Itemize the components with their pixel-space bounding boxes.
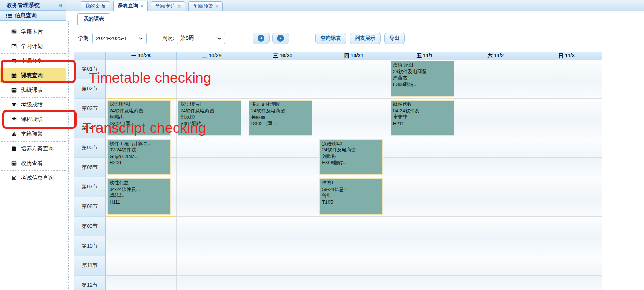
timetable-cell [177, 60, 248, 79]
list-view-button[interactable]: 列表展示 [350, 33, 381, 44]
day-header-6: 六 11/2 [460, 52, 532, 60]
course-block[interactable]: 线性代数04-24软件及...卓菲菲H211 [391, 100, 454, 136]
timetable-cell [531, 99, 602, 118]
course-block[interactable]: 软件工程与计算导...02-24软件联...Guyo Chala...H206 [107, 139, 171, 175]
timetable-cell [106, 236, 177, 256]
collapse-sidebar-icon[interactable]: « [59, 1, 62, 9]
timetable-cell [177, 217, 248, 237]
timetable-cell [389, 138, 460, 158]
sidebar-header: 教务管理系统 « [0, 0, 66, 11]
period-label: 第05节 [74, 138, 106, 158]
timetable-cell [177, 177, 248, 197]
timetable-cell [106, 60, 177, 79]
timetable-cell [318, 217, 389, 237]
export-button[interactable]: 导出 [384, 33, 405, 44]
timetable-cell [318, 60, 389, 79]
timetable-cell [247, 236, 318, 256]
sidebar-item-exam-info-query[interactable]: 考试信息查询 [0, 171, 66, 185]
sidebar-item-label: 校历查看 [21, 160, 43, 167]
day-header-5: 五 11/1 [389, 52, 460, 60]
next-week-button[interactable] [272, 33, 289, 44]
close-icon[interactable]: × [215, 4, 218, 9]
period-label: 第06节 [74, 158, 106, 177]
tab-my-timetable[interactable]: 我的课表 [77, 13, 110, 25]
sidebar-item-school-calendar[interactable]: 校历查看 [0, 156, 66, 171]
timetable-cell [460, 276, 532, 290]
panel-divider [74, 0, 74, 290]
tab-record-card[interactable]: 学籍卡片× [151, 1, 185, 11]
id-card-icon [11, 29, 17, 34]
query-timetable-button[interactable]: 查询课表 [315, 33, 346, 44]
timetable-cell [247, 158, 318, 177]
timetable-cell [389, 217, 460, 237]
timetable-cell [177, 138, 248, 158]
course-block[interactable]: 体育Ⅰ58-24信息1曾红T105 [319, 178, 383, 214]
period-label: 第01节 [74, 60, 106, 79]
list-icon [6, 14, 12, 18]
course-text-line: T105 [322, 199, 381, 206]
sidebar-item-level-exam-scores[interactable]: 考级成绩 [0, 98, 66, 112]
week-select[interactable]: 第8周 [177, 33, 225, 44]
timetable-cell [106, 276, 177, 290]
calendar-icon [11, 73, 17, 78]
course-block[interactable]: 汉语听说Ⅰ24软件及电商留周燕杰D302（国... [107, 100, 171, 136]
timetable-cell [318, 118, 389, 138]
sidebar-section-info-query[interactable]: 信息查询 [0, 11, 66, 21]
semester-select[interactable]: 2024-2025-1 [92, 33, 147, 44]
course-text-line: H206 [110, 159, 168, 166]
timetable-cell [460, 158, 532, 177]
close-icon[interactable]: × [178, 4, 181, 9]
course-text-line: 吴丽丽 [251, 114, 310, 120]
timetable-cell [460, 197, 532, 217]
previous-week-button[interactable] [253, 33, 270, 44]
book-icon [11, 59, 17, 64]
timetable-corner-cell [74, 52, 106, 60]
course-block[interactable]: 汉语听说Ⅰ24软件及电商留周燕杰E308翻转... [391, 61, 454, 97]
sidebar-item-class-task[interactable]: 上课任务 [0, 54, 66, 68]
course-text-line: 04-24软件及... [393, 108, 452, 114]
course-block[interactable]: 汉语读写Ⅰ24软件及电商留刘欣彤E307翻转... [178, 100, 241, 136]
sidebar-item-class-timetable[interactable]: 班级课表 [0, 83, 66, 98]
sub-tab-label: 我的课表 [84, 16, 104, 22]
day-header-3: 三 10/30 [247, 52, 318, 60]
course-block[interactable]: 汉语读写Ⅰ24软件及电商留刘欣彤E308翻转... [319, 139, 383, 175]
sidebar-item-course-scores[interactable]: 课程成绩 [0, 112, 66, 127]
close-icon[interactable]: × [140, 3, 143, 9]
newspaper-icon [11, 44, 17, 49]
gear-icon [11, 176, 17, 181]
sidebar-item-student-record-card[interactable]: 学籍卡片 [0, 25, 66, 39]
timetable-cell [460, 99, 532, 118]
sidebar-splitter[interactable] [68, 21, 69, 290]
sidebar-item-study-plan[interactable]: 学习计划 [0, 39, 66, 54]
week-label: 周次: [162, 35, 174, 42]
period-label: 第02节 [74, 79, 106, 99]
timetable-row: 第02节 [74, 79, 602, 99]
sidebar-item-timetable-query[interactable]: 课表查询 [0, 68, 66, 83]
course-block[interactable]: 线性代数04-24软件及...卓菲菲H111 [107, 178, 171, 214]
course-block[interactable]: 多元文化理解24软件及电商留吴丽丽D302（国... [249, 100, 312, 136]
calendar-icon [11, 161, 17, 166]
sidebar-item-training-plan-query[interactable]: 培养方案查询 [0, 142, 66, 156]
period-label: 第10节 [74, 236, 106, 256]
timetable-cell [389, 256, 460, 276]
tab-bar: 我的桌面课表查询×学籍卡片×学籍预警× [66, 0, 644, 11]
tab-my-desktop[interactable]: 我的桌面 [81, 1, 110, 11]
timetable-cell [389, 197, 460, 217]
app-title: 教务管理系统 [7, 2, 40, 9]
sidebar-item-label: 学籍卡片 [21, 28, 43, 35]
tab-label: 课表查询 [118, 3, 138, 9]
sidebar-item-record-warning[interactable]: 学籍预警 [0, 127, 66, 142]
course-text-line: 卓菲菲 [110, 192, 168, 199]
day-header-1: 一 10/28 [106, 52, 177, 60]
timetable-cell [460, 60, 532, 79]
course-text-line: 卓菲菲 [393, 114, 452, 120]
tab-record-warning[interactable]: 学籍预警× [188, 1, 223, 11]
timetable-cell [318, 256, 389, 276]
timetable-cell [247, 197, 318, 217]
course-text-line: 02-24软件联... [110, 147, 168, 153]
timetable-cell [531, 217, 602, 237]
timetable-cell [460, 138, 532, 158]
course-text-line: E308翻转... [393, 81, 452, 88]
tab-timetable-query[interactable]: 课表查询× [113, 1, 148, 11]
main-panel: 我的课表 学期: 2024-2025-1 周次: 第8周 [74, 11, 644, 290]
